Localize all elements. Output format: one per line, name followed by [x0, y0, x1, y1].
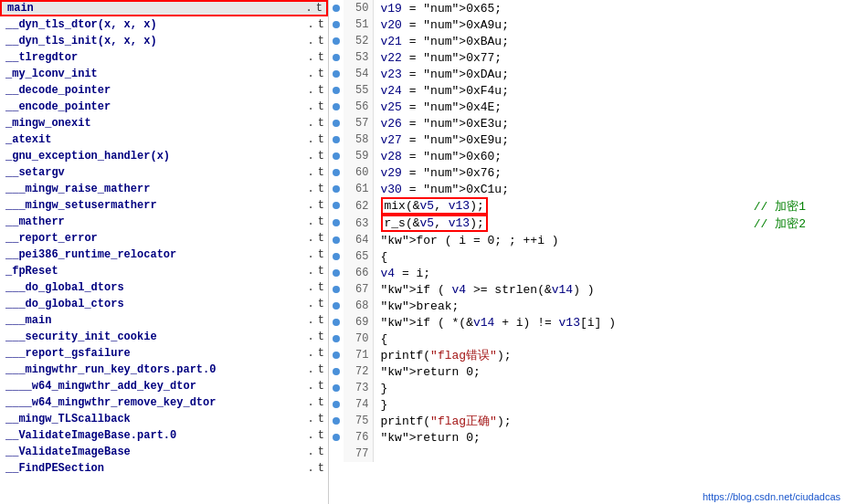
left-item-name: __dyn_tls_dtor(x, x, x): [5, 18, 157, 31]
left-item[interactable]: _fpReset.t: [0, 263, 328, 279]
breakpoint-dot[interactable]: [329, 99, 344, 115]
code-row[interactable]: 75 printf("flag正确");: [329, 413, 846, 429]
breakpoint-dot[interactable]: [329, 215, 344, 232]
left-item[interactable]: __matherr.t: [0, 214, 328, 230]
code-row[interactable]: 74 }: [329, 396, 846, 413]
code-row[interactable]: 63r_s(&v5, v13);// 加密2: [329, 215, 846, 232]
breakpoint-dot[interactable]: [329, 380, 344, 396]
breakpoint-dot[interactable]: [329, 49, 344, 66]
dot-separator: .: [308, 84, 314, 97]
code-row[interactable]: 61 v30 = "num">0xC1u;: [329, 181, 846, 197]
breakpoint-dot[interactable]: [329, 281, 344, 298]
code-row[interactable]: 70 {: [329, 331, 846, 347]
breakpoint-dot[interactable]: [329, 164, 344, 181]
dot-indicator: [333, 185, 340, 193]
code-row[interactable]: 64 "kw">for ( i = 0; ; ++i ): [329, 232, 846, 248]
code-row[interactable]: 62mix(&v5, v13);// 加密1: [329, 197, 846, 215]
code-row[interactable]: 65 {: [329, 248, 846, 265]
line-number: 70: [344, 331, 373, 347]
item-type: t: [318, 363, 324, 376]
dot-indicator: [333, 120, 340, 127]
line-number: 72: [344, 363, 373, 380]
left-item[interactable]: ___mingwthr_run_key_dtors.part.0.t: [0, 362, 328, 378]
left-item[interactable]: __ValidateImageBase.part.0.t: [0, 427, 328, 444]
left-item[interactable]: ____w64_mingwthr_remove_key_dtor.t: [0, 394, 328, 411]
breakpoint-dot[interactable]: [329, 181, 344, 197]
breakpoint-dot[interactable]: [329, 347, 344, 363]
left-item[interactable]: __FindPESection.t: [0, 460, 328, 477]
left-item[interactable]: __dyn_tls_dtor(x, x, x).t: [0, 16, 328, 33]
code-row[interactable]: 72 "kw">return 0;: [329, 363, 846, 380]
left-item-name: __mingw_TLScallback: [5, 413, 131, 425]
left-item[interactable]: ___main.t: [0, 312, 328, 329]
breakpoint-dot[interactable]: [329, 298, 344, 314]
breakpoint-dot[interactable]: [329, 148, 344, 164]
left-item[interactable]: ___mingw_setusermatherr.t: [0, 197, 328, 214]
left-item[interactable]: _my_lconv_init.t: [0, 66, 328, 82]
breakpoint-dot[interactable]: [329, 446, 344, 462]
breakpoint-dot[interactable]: [329, 429, 344, 446]
code-row[interactable]: 68 "kw">break;: [329, 298, 846, 314]
left-item[interactable]: _mingw_onexit.t: [0, 115, 328, 131]
code-row[interactable]: 77: [329, 446, 846, 462]
breakpoint-dot[interactable]: [329, 396, 344, 413]
breakpoint-dot[interactable]: [329, 413, 344, 429]
breakpoint-dot[interactable]: [329, 131, 344, 148]
code-row[interactable]: 55 v24 = "num">0xF4u;: [329, 82, 846, 99]
breakpoint-dot[interactable]: [329, 66, 344, 82]
code-comment: [746, 16, 846, 33]
breakpoint-dot[interactable]: [329, 115, 344, 131]
dot-separator: .: [308, 100, 314, 113]
code-row[interactable]: 59 v28 = "num">0x60;: [329, 148, 846, 164]
dot-separator: .: [308, 183, 314, 195]
code-row[interactable]: 73 }: [329, 380, 846, 396]
code-row[interactable]: 53 v22 = "num">0x77;: [329, 49, 846, 66]
left-item[interactable]: __decode_pointer.t: [0, 82, 328, 99]
left-item[interactable]: __report_error.t: [0, 230, 328, 247]
left-item[interactable]: __ValidateImageBase.t: [0, 444, 328, 460]
right-panel[interactable]: 50 v19 = "num">0x65;51 v20 = "num">0xA9u…: [329, 0, 846, 504]
left-item[interactable]: __setargv.t: [0, 164, 328, 181]
code-row[interactable]: 50 v19 = "num">0x65;: [329, 0, 846, 16]
breakpoint-dot[interactable]: [329, 16, 344, 33]
left-item[interactable]: __pei386_runtime_relocator.t: [0, 247, 328, 263]
breakpoint-dot[interactable]: [329, 265, 344, 281]
breakpoint-dot[interactable]: [329, 82, 344, 99]
left-item[interactable]: ___mingw_raise_matherr.t: [0, 181, 328, 197]
breakpoint-dot[interactable]: [329, 232, 344, 248]
code-row[interactable]: 71 printf("flag错误");: [329, 347, 846, 363]
code-comment: [746, 347, 846, 363]
left-item[interactable]: ___do_global_dtors.t: [0, 279, 328, 296]
left-item[interactable]: _atexit.t: [0, 131, 328, 148]
code-row[interactable]: 60 v29 = "num">0x76;: [329, 164, 846, 181]
left-item[interactable]: _gnu_exception_handler(x).t: [0, 148, 328, 164]
breakpoint-dot[interactable]: [329, 331, 344, 347]
code-row[interactable]: 52 v21 = "num">0xBAu;: [329, 33, 846, 49]
left-item[interactable]: ____w64_mingwthr_add_key_dtor.t: [0, 378, 328, 394]
left-item[interactable]: ___report_gsfailure.t: [0, 345, 328, 362]
code-row[interactable]: 58 v27 = "num">0xE9u;: [329, 131, 846, 148]
breakpoint-dot[interactable]: [329, 197, 344, 215]
breakpoint-dot[interactable]: [329, 363, 344, 380]
left-item[interactable]: __tlregdtor.t: [0, 49, 328, 66]
breakpoint-dot[interactable]: [329, 314, 344, 331]
left-item[interactable]: ___security_init_cookie.t: [0, 329, 328, 345]
code-row[interactable]: 54 v23 = "num">0xDAu;: [329, 66, 846, 82]
left-item[interactable]: __dyn_tls_init(x, x, x).t: [0, 33, 328, 49]
left-item[interactable]: __encode_pointer.t: [0, 99, 328, 115]
code-row[interactable]: 56 v25 = "num">0x4E;: [329, 99, 846, 115]
left-item[interactable]: ___do_global_ctors.t: [0, 296, 328, 312]
code-row[interactable]: 51 v20 = "num">0xA9u;: [329, 16, 846, 33]
code-row[interactable]: 57 v26 = "num">0xE3u;: [329, 115, 846, 131]
highlighted-code: mix(&v5, v13);: [381, 197, 488, 215]
code-row[interactable]: 67 "kw">if ( v4 >= strlen(&v14) ): [329, 281, 846, 298]
breakpoint-dot[interactable]: [329, 248, 344, 265]
code-row[interactable]: 66 v4 = i;: [329, 265, 846, 281]
left-item[interactable]: __mingw_TLScallback.t: [0, 411, 328, 427]
breakpoint-dot[interactable]: [329, 0, 344, 16]
left-panel[interactable]: main.t__dyn_tls_dtor(x, x, x).t__dyn_tls…: [0, 0, 329, 504]
breakpoint-dot[interactable]: [329, 33, 344, 49]
left-item[interactable]: main.t: [0, 0, 328, 16]
code-row[interactable]: 69 "kw">if ( *(&v14 + i) != v13[i] ): [329, 314, 846, 331]
code-row[interactable]: 76 "kw">return 0;: [329, 429, 846, 446]
